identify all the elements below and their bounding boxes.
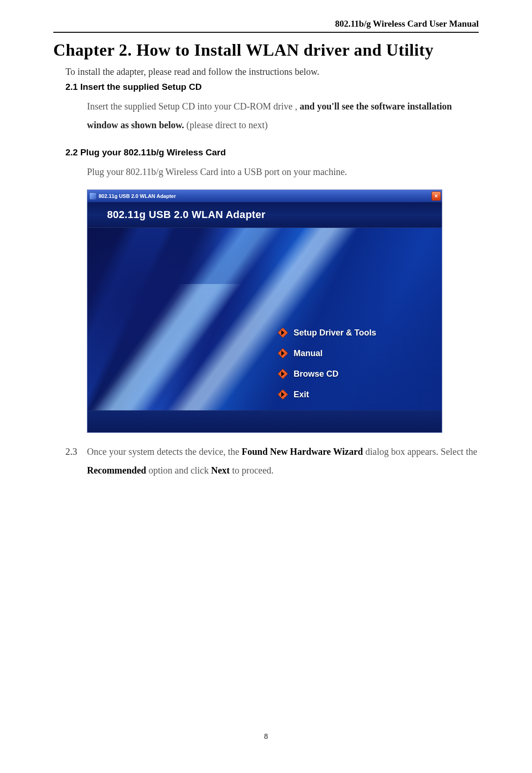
window-title: 802.11g USB 2.0 WLAN Adapter [99,193,176,199]
section-2-3-number: 2.3 [65,442,87,480]
menu-item-manual[interactable]: Manual [277,343,376,364]
section-2-2-heading: 2.2 Plug your 802.11b/g Wireless Card [65,147,479,158]
installer-titlebar: 802.11g USB 2.0 WLAN Adapter × [87,190,442,202]
menu-label: Manual [294,349,323,358]
menu-label: Setup Driver & Tools [294,328,376,338]
installer-background: Setup Driver & Tools Manual [87,228,442,410]
section-2-1-heading: 2.1 Insert the supplied Setup CD [65,82,479,92]
diamond-arrow-icon [277,388,289,401]
s23-b2: Recommended [87,465,146,475]
section-2-1-body: Insert the supplied Setup CD into your C… [87,97,479,134]
s23-post: to proceed. [230,465,273,475]
menu-label: Browse CD [294,369,338,379]
banner-title: 802.11g USB 2.0 WLAN Adapter [107,209,266,221]
installer-window: 802.11g USB 2.0 WLAN Adapter × 802.11g U… [87,190,442,433]
menu-item-setup[interactable]: Setup Driver & Tools [277,322,376,343]
installer-menu: Setup Driver & Tools Manual [277,322,376,405]
page-number: 8 [53,732,479,741]
diamond-arrow-icon [277,368,289,380]
s23-m2: option and click [146,465,211,475]
s23-pre: Once your system detects the device, the [87,446,242,457]
s23-b3: Next [211,465,230,475]
s23-m1: dialog box appears. Select the [363,446,477,457]
s23-b1: Found New Hardware Wizard [242,446,363,457]
chapter-intro: To install the adapter, please read and … [65,66,479,77]
s21-text-c: (please direct to next) [184,120,268,130]
menu-item-browse[interactable]: Browse CD [277,364,376,384]
app-icon [89,192,97,200]
chapter-title: Chapter 2. How to Install WLAN driver an… [53,40,479,60]
manual-header: 802.11b/g Wireless Card User Manual [53,19,479,31]
menu-label: Exit [294,390,309,400]
menu-item-exit[interactable]: Exit [277,384,376,405]
close-icon: × [434,193,438,199]
installer-footer [87,410,442,432]
header-rule [53,32,479,33]
s21-text-a: Insert the supplied Setup CD into your C… [87,101,300,111]
diamond-arrow-icon [277,347,289,359]
installer-banner: 802.11g USB 2.0 WLAN Adapter [87,202,442,228]
diamond-arrow-icon [277,327,289,339]
close-button[interactable]: × [431,191,441,201]
section-2-2-body: Plug your 802.11b/g Wireless Card into a… [87,162,479,181]
section-2-3: 2.3 Once your system detects the device,… [65,442,479,480]
